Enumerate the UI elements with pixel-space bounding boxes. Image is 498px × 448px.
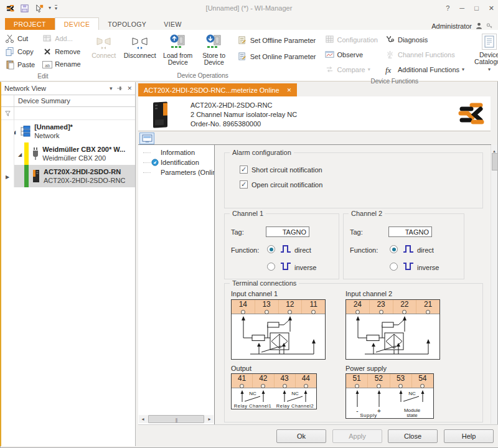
- channel-1-tag-input[interactable]: TAGNO: [266, 226, 309, 237]
- expander-icon[interactable]: [14, 128, 16, 135]
- terminal-number: 23: [370, 301, 393, 308]
- nav-item-parameters[interactable]: Parameters (Online: [138, 167, 214, 177]
- vertical-scrollbar[interactable]: [491, 145, 497, 424]
- filter-icon-cell[interactable]: [1, 107, 14, 119]
- device-catalogue-button[interactable]: Device Catalogue: [469, 31, 498, 72]
- module-device-icon: [31, 169, 41, 184]
- scroll-right-icon[interactable]: [205, 417, 214, 422]
- store-to-device-button[interactable]: Store to Device: [196, 31, 232, 66]
- output-schematic: NC NC Relay Channel1 Relay Channel2: [232, 388, 316, 409]
- set-online-parameter-button[interactable]: Set Online Parameter: [235, 51, 319, 62]
- weidmueller-logo: [452, 101, 484, 126]
- set-offline-parameter-button[interactable]: Set Offline Parameter: [235, 35, 319, 46]
- diagnosis-button[interactable]: Diagnosis: [383, 34, 467, 45]
- channel-2-tag-input[interactable]: TAGNO: [388, 226, 432, 237]
- relay-channel-1-label: Relay Channel1: [234, 403, 271, 409]
- pin-icon[interactable]: [116, 85, 123, 91]
- open-circuit-checkbox[interactable]: [240, 180, 248, 189]
- document-tab-close-icon[interactable]: [287, 86, 292, 93]
- ribbon-group-device-functions: Configuration Observe Compare Diagnosis: [321, 31, 469, 81]
- panel-menu-icon[interactable]: [110, 86, 113, 91]
- pointer-dropdown-icon[interactable]: [49, 6, 51, 11]
- compare-button[interactable]: Compare: [322, 64, 380, 75]
- channel-1-inverse-radio[interactable]: [267, 263, 275, 271]
- open-circuit-label: Open circuit notification: [251, 181, 322, 189]
- qat-customize-icon[interactable]: [55, 5, 57, 11]
- load-from-device-button[interactable]: Load from Device: [160, 31, 196, 66]
- compare-icon: [325, 65, 335, 75]
- close-button[interactable]: Close: [388, 429, 438, 443]
- inverse-label: inverse: [417, 264, 439, 271]
- tree-row-network[interactable]: [Unnamed]* Network: [1, 120, 135, 142]
- compare-dropdown-icon: [368, 67, 370, 72]
- document-tab[interactable]: ACT20X-2HDI-2SDO-RNC...meterize Online: [138, 83, 297, 96]
- device-header: ACT20X-2HDI-2SDO-RNC 2 Channel Namur iso…: [138, 96, 491, 131]
- apply-button[interactable]: Apply: [332, 429, 382, 443]
- channel-2-inverse-radio[interactable]: [390, 263, 398, 271]
- help-icon[interactable]: [446, 5, 449, 12]
- tree-row-act20x[interactable]: ACT20X-2HDI-2SDO-RN ACT20X-2HDI-2SDO-RNC: [1, 165, 135, 187]
- rename-button[interactable]: Rename: [40, 59, 83, 69]
- disconnect-button[interactable]: Disconnect: [122, 31, 158, 59]
- scroll-left-icon[interactable]: [139, 417, 147, 422]
- help-button[interactable]: Help: [444, 429, 494, 443]
- panel-close-icon[interactable]: [127, 86, 132, 91]
- cut-button[interactable]: Cut: [2, 33, 37, 44]
- scrollbar-thumb[interactable]: [148, 415, 204, 423]
- device-view-toolbar-button[interactable]: [139, 133, 154, 144]
- terminal-number: 12: [279, 301, 302, 308]
- user-icon[interactable]: [475, 22, 483, 30]
- tab-view[interactable]: VIEW: [155, 18, 190, 30]
- tree-filter-row[interactable]: [1, 107, 135, 120]
- nav-item-identification[interactable]: Identification: [138, 157, 214, 167]
- input-channel-1-diagram: 14 13 12 11: [231, 299, 326, 360]
- copy-button[interactable]: Copy: [2, 46, 37, 57]
- add-button[interactable]: Add...: [40, 33, 83, 44]
- configuration-button[interactable]: Configuration: [322, 34, 380, 45]
- tab-device[interactable]: DEVICE: [55, 17, 100, 30]
- observe-button[interactable]: Observe: [322, 49, 380, 60]
- expander-icon[interactable]: [18, 151, 22, 157]
- nav-horizontal-scrollbar[interactable]: [139, 415, 214, 423]
- minimize-button[interactable]: [459, 5, 464, 12]
- configuration-label: Configuration: [337, 36, 378, 44]
- channel-1-direct-radio[interactable]: [267, 245, 275, 253]
- set-offline-parameter-icon: [238, 35, 248, 45]
- input-channel-schematic: [232, 314, 325, 359]
- ribbon-tab-row: PROJECT DEVICE TOPOLOGY VIEW Administrat…: [0, 16, 498, 30]
- compare-label: Compare: [337, 66, 365, 73]
- tab-topology[interactable]: TOPOLOGY: [99, 18, 155, 30]
- nc-label: NC: [291, 391, 299, 396]
- short-circuit-checkbox[interactable]: [240, 166, 248, 174]
- ok-button[interactable]: Ok: [276, 429, 326, 443]
- nav-item-information[interactable]: Information: [138, 147, 214, 157]
- nc-label: NC: [408, 391, 416, 396]
- network-view-panel: Network View Device Summary [Unnamed]* N…: [0, 82, 136, 446]
- remove-button[interactable]: Remove: [40, 46, 83, 57]
- output-title: Output: [231, 365, 251, 372]
- paste-button[interactable]: Paste: [2, 59, 37, 70]
- pointer-tool-button[interactable]: [34, 2, 45, 14]
- cut-label: Cut: [17, 35, 28, 42]
- output-diagram: 41 42 43 44 NC NC Relay Cha: [231, 373, 317, 409]
- status-bar-yellow: [24, 142, 29, 165]
- tree-row-gateway[interactable]: Weidmüller CBX 200* W... Weidmüller CBX …: [1, 142, 135, 165]
- terminal-number: 52: [368, 375, 389, 382]
- tab-project[interactable]: PROJECT: [5, 18, 55, 30]
- scrollbar-thumb[interactable]: [492, 153, 498, 170]
- scroll-up-icon[interactable]: [491, 145, 497, 154]
- tag-label: Tag:: [231, 228, 244, 236]
- close-button[interactable]: [489, 5, 494, 12]
- network-view-header: Network View: [1, 82, 135, 95]
- plus-label: +: [377, 408, 381, 414]
- connect-button[interactable]: Connect: [86, 31, 122, 59]
- save-button[interactable]: [19, 2, 30, 14]
- key-icon[interactable]: [486, 22, 493, 29]
- load-from-device-label: Load from Device: [161, 52, 195, 66]
- channel-1-group: Channel 1 Tag: TAGNO Function: direct in…: [224, 213, 339, 279]
- additional-functions-button[interactable]: Additional Functions: [383, 64, 467, 75]
- channel-2-direct-radio[interactable]: [390, 245, 398, 253]
- channel-functions-button[interactable]: Channel Functions: [383, 49, 467, 60]
- disconnect-icon: [131, 34, 148, 50]
- maximize-button[interactable]: [474, 5, 479, 12]
